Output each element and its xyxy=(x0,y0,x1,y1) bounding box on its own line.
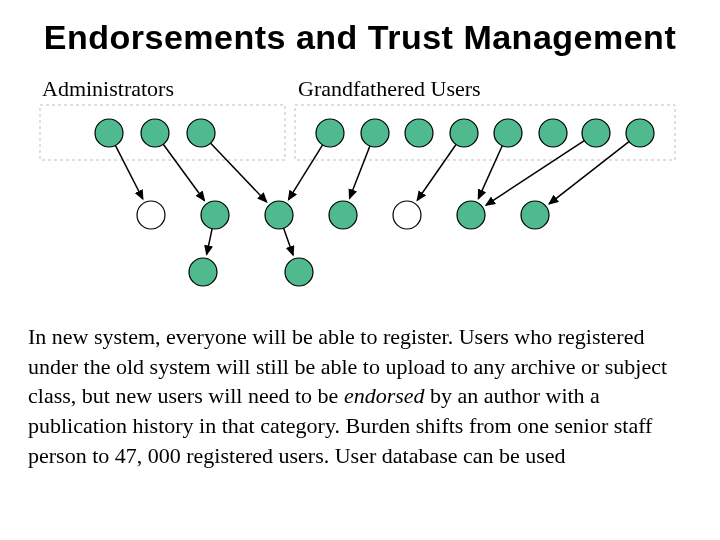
grandfathered-node xyxy=(361,119,389,147)
slide: Endorsements and Trust Management Admini… xyxy=(0,0,720,540)
endorsement-arrow xyxy=(163,144,204,200)
new-user-node xyxy=(189,258,217,286)
grandfathered-node xyxy=(405,119,433,147)
endorsement-arrow xyxy=(211,143,267,202)
endorsement-arrow xyxy=(207,229,212,255)
new-user-node xyxy=(137,201,165,229)
body-emphasis: endorsed xyxy=(344,383,425,408)
endorsement-arrow xyxy=(289,145,323,200)
body-paragraph: In new system, everyone will be able to … xyxy=(28,322,692,470)
grandfathered-node xyxy=(494,119,522,147)
endorsement-arrow xyxy=(478,146,502,199)
new-user-node xyxy=(201,201,229,229)
grandfathered-node xyxy=(316,119,344,147)
admin-node xyxy=(95,119,123,147)
grandfathered-node xyxy=(450,119,478,147)
new-user-node xyxy=(285,258,313,286)
admin-node xyxy=(187,119,215,147)
endorsement-arrow xyxy=(115,145,142,199)
grandfathered-node xyxy=(582,119,610,147)
new-user-node xyxy=(265,201,293,229)
new-user-node xyxy=(521,201,549,229)
grandfathered-node xyxy=(626,119,654,147)
new-user-node xyxy=(329,201,357,229)
endorsement-arrow xyxy=(284,228,293,255)
admin-node xyxy=(141,119,169,147)
endorsement-arrow xyxy=(549,142,629,204)
endorsement-arrow xyxy=(350,146,370,198)
new-user-node xyxy=(457,201,485,229)
endorsement-arrow xyxy=(417,144,456,200)
grandfathered-node xyxy=(539,119,567,147)
new-user-node xyxy=(393,201,421,229)
box-grandfathered xyxy=(295,105,675,160)
